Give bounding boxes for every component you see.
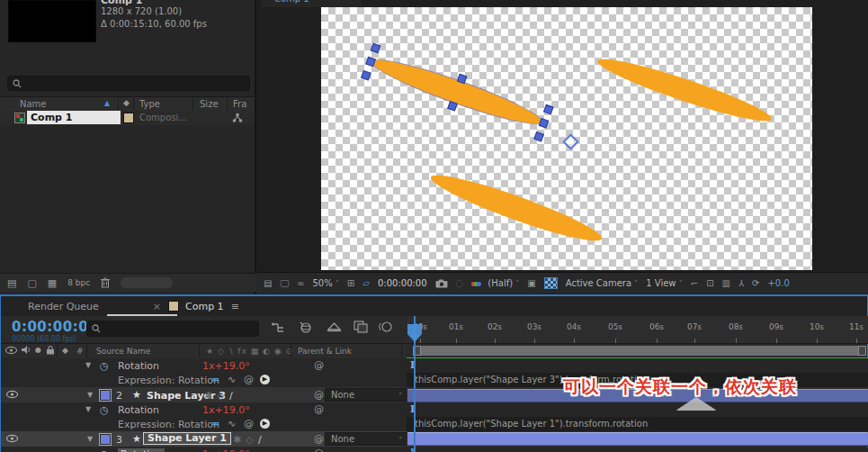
property-row-rotation[interactable]: ▼ ◷ Rotation 1x+19.0° @ — [1, 402, 407, 418]
expression-language-menu-icon[interactable]: ▶ — [260, 419, 270, 429]
motion-blur-icon[interactable] — [379, 321, 393, 333]
enable-expression-icon[interactable]: = — [211, 374, 219, 385]
time-ruler[interactable]: 00s 01s 02s 03s 04s 05s 06s 07s 08s 09s … — [407, 316, 868, 344]
property-row-rotation-partial[interactable]: ◷ Rotation 1x+19.0° @ — [1, 447, 407, 452]
stopwatch-icon[interactable]: ◷ — [100, 360, 109, 372]
viewer-tab-comp1[interactable]: Comp 1 — [262, 0, 361, 7]
pickwhip-icon[interactable]: @ — [314, 448, 324, 452]
video-eye-icon[interactable] — [5, 346, 17, 355]
fast-previews-icon[interactable]: ▣ — [527, 279, 535, 288]
layer-name[interactable]: Shape Layer 3 — [147, 390, 226, 402]
property-label[interactable]: Rotation — [118, 404, 159, 416]
column-size[interactable]: Size — [200, 99, 219, 109]
parent-select[interactable]: None˅ — [325, 388, 407, 402]
stopwatch-icon[interactable]: ◷ — [100, 448, 109, 452]
property-label[interactable]: Rotation — [118, 448, 165, 452]
view-layout-select[interactable]: 1 View ˅ — [646, 278, 682, 288]
project-item-name[interactable]: Comp 1 — [27, 111, 121, 124]
column-source-name[interactable]: Source Name — [96, 347, 150, 356]
selection-handle[interactable] — [371, 43, 380, 53]
show-channel-icon[interactable] — [471, 278, 479, 288]
expression-row[interactable]: Expression: Rotation = ∿ @ ▶ — [1, 373, 407, 388]
new-composition-icon[interactable]: ▦ — [48, 278, 57, 288]
tab-render-queue[interactable]: Render Queue — [28, 301, 99, 312]
expression-text-2[interactable]: thisComp.layer("Shape Layer 1").transfor… — [415, 419, 648, 429]
show-snapshot-icon[interactable]: ◌ — [456, 278, 464, 288]
column-number[interactable]: # — [76, 347, 84, 356]
column-name[interactable]: Name — [20, 99, 47, 109]
pickwhip-icon[interactable]: @ — [314, 404, 324, 414]
rotation-value[interactable]: 1x+19.0° — [202, 404, 250, 416]
expression-row[interactable]: Expression: Rotation = ∿ @ ▶ — [1, 417, 407, 432]
parent-pickwhip-icon[interactable]: @ — [314, 390, 324, 400]
expression-pickwhip-icon[interactable]: @ — [244, 419, 254, 429]
pixel-aspect-icon[interactable]: ⌐ — [691, 279, 698, 288]
solo-icon[interactable]: ● — [35, 347, 41, 354]
column-frame[interactable]: Fra — [233, 99, 246, 109]
shy-switch-icon[interactable]: ◇ — [217, 390, 224, 402]
layer-row-shape-layer-3[interactable]: ▼ 2 ★ Shape Layer 3 ✱ ◇ ∕ @ None˅ — [1, 387, 407, 403]
expression-label[interactable]: Expression: Rotation — [118, 375, 219, 386]
project-search-input[interactable] — [25, 77, 245, 89]
collapse-switch-icon[interactable]: ✱ — [204, 390, 212, 402]
layer-row-shape-layer-1[interactable]: ▼ 3 ★ Shape Layer 1 ✱ ◇ ∕ @ None˅ — [1, 431, 407, 447]
expression-graph-icon[interactable]: ∿ — [228, 419, 236, 429]
snapshot-stack-icon[interactable]: ▤ — [264, 279, 272, 288]
sort-ascending-icon[interactable]: ▲ — [104, 99, 110, 107]
column-parent-link[interactable]: Parent & Link — [298, 347, 352, 356]
track-area-row[interactable] — [407, 447, 868, 452]
label-tag-icon[interactable]: ◆ — [62, 347, 68, 355]
property-row-rotation[interactable]: ▼ ◷ Rotation 1x+19.0° @ — [1, 358, 407, 374]
expression-language-menu-icon[interactable]: ▶ — [260, 375, 270, 384]
panel-menu-icon[interactable]: ≡ — [231, 301, 239, 312]
rotation-value[interactable]: 1x+19.0° — [202, 448, 250, 452]
track-area-row[interactable] — [407, 358, 868, 373]
exposure-adjust-icon[interactable]: ⊡ — [706, 279, 713, 288]
exposure-value[interactable]: +0.0 — [767, 278, 789, 288]
draft-3d-icon[interactable] — [298, 321, 312, 334]
layer-duration-bar-shape-layer-1[interactable] — [407, 432, 868, 446]
expression-graph-icon[interactable]: ∿ — [228, 375, 236, 384]
close-icon[interactable]: × — [153, 301, 161, 312]
work-area-bar[interactable] — [413, 346, 866, 356]
transparency-grid-toggle[interactable] — [544, 277, 558, 289]
column-type[interactable]: Type — [139, 99, 160, 109]
expression-pickwhip-icon[interactable]: @ — [244, 375, 254, 384]
expression-label[interactable]: Expression: Rotation — [118, 419, 219, 430]
new-folder-icon[interactable]: ▢ — [27, 278, 36, 288]
reset-exposure-icon[interactable]: ⟳ — [752, 279, 759, 288]
project-bit-depth[interactable]: 8 bpc — [67, 278, 90, 287]
parent-select[interactable]: None˅ — [325, 432, 407, 446]
enable-expression-icon[interactable]: = — [211, 418, 219, 429]
rotation-value[interactable]: 1x+19.0° — [202, 360, 250, 372]
shy-layers-icon[interactable] — [327, 321, 342, 333]
layer-name-editing[interactable]: Shape Layer 1 — [143, 432, 231, 445]
item-color-swatch[interactable] — [123, 113, 134, 123]
timeline-search-field[interactable] — [86, 321, 259, 337]
composition-mini-flowchart-icon[interactable] — [271, 321, 285, 334]
composition-canvas[interactable] — [256, 7, 868, 272]
work-area-end-handle[interactable] — [858, 346, 866, 356]
video-eye-icon[interactable] — [6, 390, 18, 399]
label-tag-icon[interactable]: ◆ — [123, 99, 130, 107]
mini-flowchart-icon[interactable]: ⅄ — [738, 279, 744, 288]
zoom-level-select[interactable]: 50% ˅ — [312, 278, 338, 288]
preview-monitor-icon[interactable]: 🖵 — [280, 279, 289, 288]
viewer-timecode[interactable]: 0:00:00:00 — [378, 278, 427, 288]
track-area-row[interactable] — [407, 402, 868, 417]
guides-icon[interactable]: ⊞ — [347, 279, 354, 288]
video-eye-icon[interactable] — [6, 434, 18, 443]
frame-blending-icon[interactable] — [353, 321, 368, 333]
quality-switch-icon[interactable]: ∕ — [258, 434, 262, 446]
snapshot-camera-icon[interactable] — [435, 279, 448, 288]
lock-icon[interactable] — [46, 345, 55, 355]
timeline-search-input[interactable] — [104, 323, 254, 335]
camera-view-select[interactable]: Active Camera ˅ — [566, 278, 639, 288]
interpret-footage-icon[interactable]: ▤ — [7, 278, 16, 288]
property-label[interactable]: Rotation — [118, 360, 159, 372]
histogram-icon[interactable]: ▥ — [722, 279, 730, 288]
pickwhip-icon[interactable]: @ — [314, 360, 324, 370]
stopwatch-icon[interactable]: ◷ — [100, 404, 109, 416]
resolution-select[interactable]: (Half) ˅ — [488, 278, 519, 288]
disclosure-triangle-icon[interactable]: ▼ — [85, 406, 91, 413]
